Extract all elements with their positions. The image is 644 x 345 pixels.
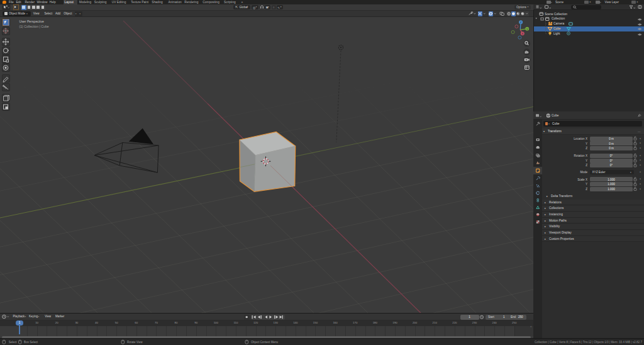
svg-text:Y: Y — [526, 28, 528, 31]
svg-text:Z: Z — [520, 21, 522, 24]
svg-text:X: X — [521, 32, 523, 35]
